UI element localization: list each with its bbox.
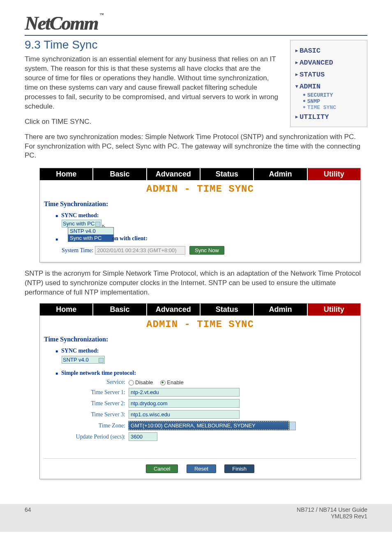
finish-button[interactable]: Finish <box>224 464 254 473</box>
tab-status[interactable]: Status <box>201 304 254 316</box>
screenshot-panel-2: Home Basic Advanced Status Admin Utility… <box>39 303 361 479</box>
service-enable-label: Enable <box>167 379 183 385</box>
body-text-2: SNTP is the acronym for Simple Network T… <box>25 269 367 297</box>
system-time-value: 2002/01/01 00:24:33 (GMT+8:00) <box>95 246 185 255</box>
option-sntp[interactable]: SNTP v4.0 <box>68 227 113 234</box>
bullet-icon: ■ <box>55 237 61 241</box>
paragraph-3: There are two synchronization modes: Sim… <box>25 132 367 161</box>
bullet-icon: • <box>302 104 307 112</box>
sync-method-label-2: SYNC method: <box>61 348 99 354</box>
sync-method-select[interactable]: Sync with PC <box>62 220 101 227</box>
guide-rev: YML829 Rev1 <box>297 513 367 520</box>
page-number: 64 <box>25 506 31 520</box>
tab-home[interactable]: Home <box>40 304 93 316</box>
screenshot-panel-1: Home Basic Advanced Status Admin Utility… <box>39 168 361 262</box>
time-sync-heading-2: Time Synchronization: <box>40 336 360 347</box>
arrow-right-icon: ▸ <box>295 112 300 121</box>
sync-method-label: SYNC method: <box>61 212 99 218</box>
time-server-3-input[interactable]: ntp1.cs.wisc.edu <box>129 410 240 419</box>
service-radios: Disable Enable <box>129 379 184 385</box>
nav-admin-timesync[interactable]: •TIME SYNC <box>294 104 364 111</box>
service-label: Service: <box>55 379 129 385</box>
bullet-icon: ■ <box>55 371 61 376</box>
time-server-3-label: Time Server 3: <box>55 411 129 418</box>
tab-home[interactable]: Home <box>40 168 93 180</box>
bullet-icon: ■ <box>55 349 61 353</box>
tab-advanced[interactable]: Advanced <box>147 168 201 180</box>
nav-advanced[interactable]: ▸ADVANCED <box>294 56 364 68</box>
page-footer: 64 NB712 / NB714 User Guide YML829 Rev1 <box>0 504 392 532</box>
update-period-label: Update Period (secs): <box>55 434 129 440</box>
tab-bar-2: Home Basic Advanced Status Admin Utility <box>40 304 360 316</box>
sync-with-client-label: on with client: <box>109 235 148 242</box>
tab-bar: Home Basic Advanced Status Admin Utility <box>40 168 360 180</box>
arrow-right-icon: ▸ <box>295 58 300 67</box>
sync-method-options[interactable]: SNTP v4.0 Sync with PC <box>68 227 114 242</box>
page-heading-2: ADMIN - TIME SYNC <box>40 316 360 336</box>
tab-advanced[interactable]: Advanced <box>147 304 201 316</box>
time-server-2-label: Time Server 2: <box>55 400 129 407</box>
sync-method-select-2[interactable]: SNTP v4.0 <box>62 356 105 364</box>
time-server-1-label: Time Server 1: <box>55 389 129 396</box>
nav-admin[interactable]: ▾ADMIN <box>294 80 364 92</box>
button-row: Cancel Reset Finish <box>40 463 360 479</box>
page-heading-1: ADMIN - TIME SYNC <box>40 180 360 200</box>
system-time-label: System Time: <box>62 247 93 253</box>
header-rule <box>25 35 367 36</box>
side-nav-panel: ▸BASIC ▸ADVANCED ▸STATUS ▾ADMIN •SECURIT… <box>290 40 367 127</box>
update-period-input[interactable]: 3600 <box>129 432 157 441</box>
service-enable-radio[interactable] <box>160 380 166 385</box>
tab-utility[interactable]: Utility <box>308 304 360 316</box>
sntp-label: Simple network time protocol: <box>61 370 136 376</box>
arrow-down-icon: ▾ <box>295 82 300 91</box>
brand-name: NetComm <box>25 13 98 34</box>
tab-admin[interactable]: Admin <box>254 168 307 180</box>
time-sync-heading: Time Synchronization: <box>40 200 360 212</box>
time-server-1-input[interactable]: ntp-2.vt.edu <box>129 388 240 397</box>
arrow-right-icon: ▸ <box>295 46 300 55</box>
divider <box>44 458 356 459</box>
service-disable-label: Disable <box>135 379 153 385</box>
service-disable-radio[interactable] <box>129 380 134 385</box>
reset-button[interactable]: Reset <box>187 464 216 473</box>
time-zone-select[interactable]: GMT(+10:00) CANBERRA, MELBOURNE, SYDNEY <box>129 421 289 430</box>
bullet-icon: ■ <box>55 214 61 218</box>
nav-utility[interactable]: ▸UTILITY <box>294 111 364 123</box>
tab-basic[interactable]: Basic <box>93 304 147 316</box>
brand-logo: NetComm™ <box>25 12 367 34</box>
paragraph-4: SNTP is the acronym for Simple Network T… <box>25 269 367 297</box>
cancel-button[interactable]: Cancel <box>146 464 178 473</box>
tab-basic[interactable]: Basic <box>93 168 147 180</box>
tab-utility[interactable]: Utility <box>308 168 360 180</box>
tab-admin[interactable]: Admin <box>254 304 307 316</box>
time-server-2-input[interactable]: ntp.drydog.com <box>129 399 240 408</box>
brand-tm: ™ <box>99 12 103 17</box>
tab-status[interactable]: Status <box>201 168 254 180</box>
arrow-right-icon: ▸ <box>295 70 300 79</box>
guide-title: NB712 / NB714 User Guide <box>297 506 367 513</box>
sync-now-button[interactable]: Sync Now <box>189 246 224 255</box>
option-sync-with-pc[interactable]: Sync with PC <box>68 234 113 241</box>
nav-basic[interactable]: ▸BASIC <box>294 44 364 56</box>
time-zone-label: Time Zone: <box>55 422 129 429</box>
nav-status[interactable]: ▸STATUS <box>294 68 364 80</box>
